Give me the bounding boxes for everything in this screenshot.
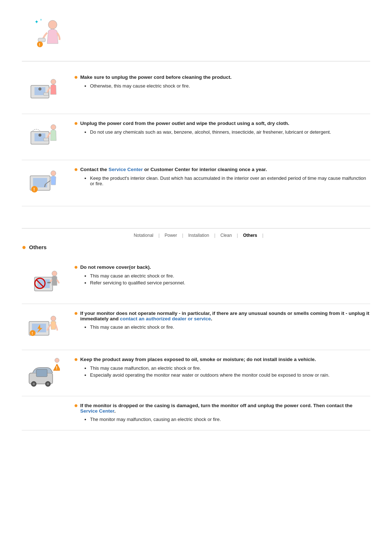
item-keep-away: ! ● Keep the product away from places ex… [22, 350, 370, 396]
svg-text:✦: ✦ [34, 19, 39, 25]
svg-point-14 [38, 134, 41, 137]
nav-item-clean[interactable]: Clean [215, 231, 237, 239]
svg-text:!: ! [39, 42, 40, 47]
svg-line-30 [57, 280, 59, 283]
item-title-unplug: ● Make sure to unplug the power cord bef… [74, 74, 370, 80]
svg-rect-31 [47, 282, 51, 283]
item-bullets-contact: Keep the product's interior clean. Dust … [84, 175, 370, 186]
bullet-icon-5: ● [74, 310, 78, 316]
item-title-cover: ● Do not remove cover(or back). [74, 264, 370, 270]
svg-point-46 [55, 358, 59, 362]
item-img-abnormal: ! [22, 311, 65, 343]
svg-text:!: ! [33, 187, 35, 192]
bullet-item: This may cause an electric shock or fire… [90, 324, 370, 330]
svg-point-10 [51, 79, 56, 84]
bullet-item: This may cause malfunction, an electric … [90, 365, 370, 371]
item-content-abnormal: ● If your monitor does not operate norma… [74, 311, 370, 331]
item-title-wipe: ● Unplug the power cord from the power o… [74, 121, 370, 126]
svg-point-37 [51, 316, 56, 321]
item-bullets-unplug: Otherwise, this may cause electric shock… [84, 83, 370, 89]
bullet-item: The monitor may malfunction, causing an … [90, 417, 370, 422]
bullet-item: Especially avoid operating the monitor n… [90, 372, 370, 378]
svg-text:!: ! [56, 365, 57, 370]
bullet-item: Refer servicing to qualified service per… [90, 280, 370, 285]
others-dot-icon: ● [22, 243, 26, 251]
svg-text:!: ! [32, 331, 33, 336]
svg-rect-1 [38, 38, 45, 42]
service-center-link-1[interactable]: Service Center [109, 167, 143, 172]
item-content-wipe: ● Unplug the power cord from the power o… [74, 121, 370, 136]
service-center-link-2[interactable]: Service Center [80, 408, 114, 414]
item-unplug-before-cleaning: ● Make sure to unplug the power cord bef… [22, 68, 370, 114]
bullet-icon-6: ● [74, 356, 78, 362]
item-img-cover [22, 264, 65, 297]
nav-item-installation[interactable]: Installation [183, 231, 214, 239]
svg-point-15 [51, 125, 56, 130]
svg-point-42 [47, 383, 49, 385]
svg-point-28 [52, 271, 57, 276]
svg-text:+: + [40, 18, 42, 22]
item-img-contact: ! [22, 167, 65, 199]
item-monitor-dropped: ● If the monitor is dropped or the casin… [22, 396, 370, 430]
item-unplug-wipe: ● Unplug the power cord from the power o… [22, 114, 370, 160]
item-content-unplug: ● Make sure to unplug the power cord bef… [74, 74, 370, 90]
item-content-keepaway: ● Keep the product away from places expo… [74, 357, 370, 379]
item-content-contact: ● Contact the Service Center or Customer… [74, 167, 370, 188]
item-bullets-wipe: Do not use any chemicals such as wax, be… [84, 129, 370, 135]
svg-point-9 [39, 88, 41, 90]
item-title-contact: ● Contact the Service Center or Customer… [74, 167, 370, 173]
bullet-icon-2: ● [74, 120, 78, 126]
bullet-item: This may cause an electric shock or fire… [90, 273, 370, 279]
svg-point-0 [48, 20, 57, 29]
bullet-item: Do not use any chemicals such as wax, be… [90, 129, 370, 135]
navigation-bar: Notational | Power | Installation | Clea… [22, 228, 370, 239]
bullet-item: Otherwise, this may cause electric shock… [90, 83, 370, 89]
bullet-icon-4: ● [74, 264, 78, 270]
item-img-unplug [22, 74, 65, 107]
svg-rect-43 [36, 369, 47, 377]
item-bullets-cover: This may cause an electric shock or fire… [84, 273, 370, 285]
item-title-dropped: ● If the monitor is dropped or the casin… [74, 403, 370, 414]
authorized-dealer-link[interactable]: contact an authorized dealer or service [120, 316, 211, 321]
svg-point-40 [33, 383, 35, 385]
item-title-keepaway: ● Keep the product away from places expo… [74, 357, 370, 362]
bullet-icon-3: ● [74, 166, 78, 173]
top-illustration-area: ✦ + ! [22, 11, 370, 54]
svg-line-23 [45, 184, 45, 187]
top-divider [22, 61, 370, 61]
illus-abnormal: ! [27, 311, 60, 343]
item-contact-service: ! ● Contact the Service Center or Custom… [22, 160, 370, 206]
item-title-abnormal: ● If your monitor does not operate norma… [74, 311, 370, 321]
item-content-cover: ● Do not remove cover(or back). This may… [74, 264, 370, 287]
others-heading: ● Others [22, 243, 370, 251]
nav-item-power[interactable]: Power [160, 231, 182, 239]
illus-wipe [27, 121, 60, 153]
svg-rect-11 [44, 93, 49, 96]
item-no-remove-cover: ● Do not remove cover(or back). This may… [22, 258, 370, 304]
nav-item-others[interactable]: Others [238, 231, 262, 239]
illus-cover [27, 264, 60, 297]
illus-contact: ! [27, 167, 60, 199]
illus-keepaway: ! [27, 357, 60, 389]
item-monitor-abnormal: ! ● If your monitor does not operate nor… [22, 304, 370, 350]
item-bullets-keepaway: This may cause malfunction, an electric … [84, 365, 370, 378]
svg-rect-16 [44, 138, 49, 141]
item-img-keepaway: ! [22, 357, 65, 389]
top-illustration: ✦ + ! [33, 18, 65, 51]
illus-unplug [27, 74, 60, 107]
item-bullets-abnormal: This may cause an electric shock or fire… [84, 324, 370, 330]
item-img-wipe [22, 121, 65, 153]
bullet-item: Keep the product's interior clean. Dust … [90, 175, 370, 186]
bullet-icon-7: ● [74, 402, 78, 409]
nav-item-notational[interactable]: Notational [128, 231, 158, 239]
item-bullets-dropped: The monitor may malfunction, causing an … [84, 417, 370, 422]
page: ✦ + ! ● Make sure t [22, 0, 370, 441]
svg-point-21 [51, 171, 56, 176]
bullet-icon-1: ● [74, 74, 78, 80]
